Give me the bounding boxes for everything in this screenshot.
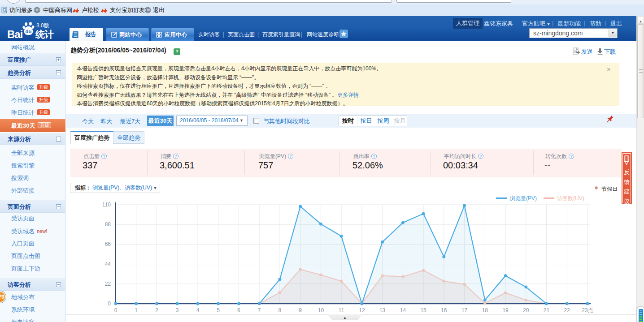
svg-text:66: 66 [105,241,111,247]
svg-text:22: 22 [105,281,111,287]
svg-text:17: 17 [461,307,468,313]
svg-text:1: 1 [135,307,138,313]
svg-text:21: 21 [544,307,550,313]
svg-text:16: 16 [441,307,447,313]
svg-text:8: 8 [278,307,282,313]
svg-text:88: 88 [105,221,111,228]
svg-text:9: 9 [299,307,302,313]
svg-text:4: 4 [196,307,200,313]
svg-text:44: 44 [105,261,111,267]
svg-text:11: 11 [339,307,344,313]
svg-text:du: du [25,29,31,34]
svg-text:12: 12 [359,307,365,313]
svg-text:7: 7 [258,307,261,313]
svg-text:0: 0 [108,301,111,307]
svg-text:110: 110 [102,202,111,208]
svg-text:6: 6 [237,307,240,313]
svg-text:22: 22 [564,307,570,313]
svg-text:3: 3 [176,307,179,313]
svg-text:23点: 23点 [582,307,593,313]
svg-text:5: 5 [217,307,220,313]
svg-text:0: 0 [114,307,117,313]
svg-text:19: 19 [502,307,509,313]
svg-text:2: 2 [155,307,158,313]
svg-text:18: 18 [482,307,488,313]
svg-text:20: 20 [523,307,529,313]
svg-text:13: 13 [379,307,386,313]
svg-text:14: 14 [400,307,406,313]
svg-text:15: 15 [420,307,426,313]
svg-text:10: 10 [318,307,324,313]
